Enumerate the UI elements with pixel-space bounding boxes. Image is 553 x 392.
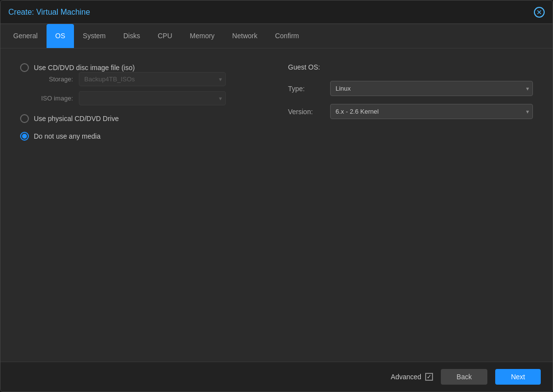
tab-network[interactable]: Network <box>223 24 266 48</box>
type-field-row: Type: Linux Windows Other <box>288 81 533 96</box>
radio-physical-label: Use physical CD/DVD Drive <box>34 115 119 122</box>
next-button[interactable]: Next <box>495 369 541 385</box>
radio-none-label: Do not use any media <box>34 132 100 140</box>
radio-none-option[interactable]: Do not use any media <box>20 132 259 141</box>
content-area: Use CD/DVD disc image file (iso) Storage… <box>0 49 553 362</box>
footer: Advanced Back Next <box>0 362 553 392</box>
radio-physical-circle[interactable] <box>20 114 29 123</box>
tab-system[interactable]: System <box>74 24 115 48</box>
iso-select[interactable] <box>79 91 226 105</box>
tab-confirm[interactable]: Confirm <box>266 24 308 48</box>
iso-sub-fields: Storage: Backup4TB_ISOs ISO image: <box>34 72 259 105</box>
storage-select[interactable]: Backup4TB_ISOs <box>79 72 226 86</box>
radio-cdrom-container: Use CD/DVD disc image file (iso) Storage… <box>20 63 259 105</box>
close-button[interactable]: ✕ <box>534 7 545 18</box>
tab-memory[interactable]: Memory <box>181 24 224 48</box>
storage-label: Storage: <box>34 75 73 83</box>
iso-field-row: ISO image: <box>34 91 259 105</box>
media-radio-group: Use CD/DVD disc image file (iso) Storage… <box>20 63 259 141</box>
title-bar: Create: Virtual Machine ✕ <box>0 0 553 24</box>
left-panel: Use CD/DVD disc image file (iso) Storage… <box>20 63 259 347</box>
advanced-checkbox[interactable] <box>425 373 433 381</box>
modal-window: Create: Virtual Machine ✕ General OS Sys… <box>0 0 553 392</box>
version-select-wrapper: 6.x - 2.6 Kernel Other Linux (64-bit) Ot… <box>330 104 533 119</box>
iso-select-wrapper <box>79 91 226 105</box>
version-field-row: Version: 6.x - 2.6 Kernel Other Linux (6… <box>288 104 533 119</box>
version-label: Version: <box>288 108 322 116</box>
type-select[interactable]: Linux Windows Other <box>330 81 533 96</box>
radio-cdrom-label: Use CD/DVD disc image file (iso) <box>34 64 135 72</box>
type-select-wrapper: Linux Windows Other <box>330 81 533 96</box>
advanced-text: Advanced <box>391 373 421 381</box>
tab-cpu[interactable]: CPU <box>149 24 181 48</box>
radio-cdrom-option[interactable]: Use CD/DVD disc image file (iso) <box>20 63 259 72</box>
tab-bar: General OS System Disks CPU Memory Netwo… <box>0 24 553 49</box>
modal-title: Create: Virtual Machine <box>8 8 90 17</box>
back-button[interactable]: Back <box>441 369 487 385</box>
radio-none-circle[interactable] <box>20 132 29 141</box>
right-panel: Guest OS: Type: Linux Windows Other Vers… <box>288 63 533 347</box>
storage-select-wrapper: Backup4TB_ISOs <box>79 72 226 86</box>
guest-os-title: Guest OS: <box>288 63 533 71</box>
version-select[interactable]: 6.x - 2.6 Kernel Other Linux (64-bit) Ot… <box>330 104 533 119</box>
iso-label: ISO image: <box>34 95 73 102</box>
tab-general[interactable]: General <box>4 24 47 48</box>
advanced-label[interactable]: Advanced <box>391 373 433 381</box>
tab-os[interactable]: OS <box>47 24 74 48</box>
storage-field-row: Storage: Backup4TB_ISOs <box>34 72 259 86</box>
radio-physical-option[interactable]: Use physical CD/DVD Drive <box>20 114 259 123</box>
type-label: Type: <box>288 85 322 93</box>
tab-disks[interactable]: Disks <box>115 24 149 48</box>
radio-cdrom-circle[interactable] <box>20 63 29 72</box>
